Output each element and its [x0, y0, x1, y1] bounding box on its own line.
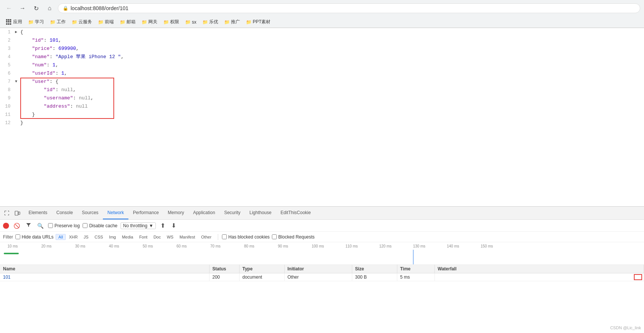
filter-type-other[interactable]: Other	[199, 234, 214, 240]
line-number: 4	[0, 53, 15, 61]
device-toolbar-button[interactable]	[12, 208, 23, 218]
import-har-button[interactable]: ⬆	[159, 222, 167, 229]
back-button[interactable]: ←	[4, 3, 14, 14]
bookmark-apps-label: 应用	[13, 19, 22, 25]
preserve-log-label: Preserve log	[54, 223, 80, 228]
filter-type-doc[interactable]: Doc	[151, 234, 164, 240]
has-blocked-cookies-checkbox[interactable]	[222, 234, 227, 239]
throttle-label: No throttling	[123, 223, 148, 228]
clear-button[interactable]: 🚫	[12, 222, 21, 230]
th-size[interactable]: Size	[352, 265, 397, 273]
main-content: 1 ▶ { 2 "id": 101, 3 "price": 699900, 4	[0, 28, 644, 332]
filter-type-js[interactable]: JS	[81, 234, 91, 240]
filter-type-manifest[interactable]: Manifest	[177, 234, 198, 240]
tick-150ms: 150 ms	[481, 244, 493, 248]
blocked-requests-label[interactable]: Blocked Requests	[272, 234, 315, 240]
hide-data-urls-label[interactable]: Hide data URLs	[15, 234, 54, 240]
table-row[interactable]: 101 200 document Other 300 B 5 ms	[0, 273, 644, 281]
bookmark-permissions[interactable]: 📁 权限	[161, 18, 181, 26]
bookmark-frontend[interactable]: 📁 前端	[96, 18, 116, 26]
tab-memory[interactable]: Memory	[163, 207, 189, 219]
hide-data-urls-text: Hide data URLs	[22, 234, 54, 240]
has-blocked-cookies-label[interactable]: Has blocked cookies	[222, 234, 270, 240]
address-bar: 🔒	[58, 3, 640, 13]
timeline-area: 10 ms 20 ms 30 ms 40 ms 50 ms 60 ms 70 m…	[0, 242, 644, 265]
tick-40ms: 40 ms	[109, 244, 119, 248]
line-arrow	[15, 119, 20, 127]
line-arrow[interactable]: ▶	[15, 28, 20, 36]
disable-cache-checkbox[interactable]	[83, 223, 87, 228]
tab-console[interactable]: Console	[52, 207, 77, 219]
th-waterfall[interactable]: Waterfall	[435, 265, 644, 273]
line-arrow	[15, 102, 20, 111]
line-number: 2	[0, 36, 15, 45]
td-type: document	[240, 273, 285, 281]
filter-type-font[interactable]: Font	[137, 234, 150, 240]
json-line-8: 8 "id": null,	[0, 86, 644, 94]
line-arrow[interactable]: ▼	[15, 78, 20, 86]
th-initiator[interactable]: Initiator	[285, 265, 352, 273]
json-content: "user": {	[20, 78, 644, 86]
bookmark-sx[interactable]: 📁 sx	[183, 19, 199, 26]
json-line-7: 7 ▼ "user": {	[0, 78, 644, 86]
hide-data-urls-checkbox[interactable]	[15, 234, 20, 239]
tab-lighthouse[interactable]: Lighthouse	[245, 207, 276, 219]
line-arrow	[15, 86, 20, 94]
filter-type-all[interactable]: All	[56, 234, 65, 240]
apps-icon	[6, 19, 12, 25]
filter-button[interactable]	[24, 222, 33, 230]
devtools-panel: Elements Console Sources Network Perform…	[0, 206, 644, 332]
line-arrow	[15, 69, 20, 78]
export-har-button[interactable]: ⬇	[170, 222, 178, 229]
tab-security[interactable]: Security	[220, 207, 245, 219]
blocked-requests-checkbox[interactable]	[272, 234, 277, 239]
tab-performance[interactable]: Performance	[128, 207, 163, 219]
th-name[interactable]: Name	[0, 265, 210, 273]
preserve-log-checkbox-label[interactable]: Preserve log	[48, 223, 80, 228]
search-button[interactable]: 🔍	[36, 222, 45, 230]
filter-type-ws[interactable]: WS	[164, 234, 176, 240]
tab-network[interactable]: Network	[103, 207, 128, 219]
bookmark-gateway[interactable]: 📁 网关	[139, 18, 160, 26]
throttle-select[interactable]: No throttling ▼	[121, 222, 156, 229]
filter-type-xhr[interactable]: XHR	[66, 234, 80, 240]
bookmark-label: 网关	[148, 19, 157, 25]
lock-icon: 🔒	[63, 6, 68, 11]
disable-cache-checkbox-label[interactable]: Disable cache	[83, 223, 117, 228]
td-initiator: Other	[285, 273, 352, 281]
filter-type-img[interactable]: Img	[106, 234, 118, 240]
record-button[interactable]	[3, 223, 9, 229]
bookmark-email[interactable]: 📁 邮箱	[118, 18, 138, 26]
bookmark-work[interactable]: 📁 工作	[48, 18, 68, 26]
preserve-log-checkbox[interactable]	[48, 223, 53, 228]
forward-button[interactable]: →	[17, 3, 28, 14]
bookmark-study[interactable]: 📁 学习	[26, 18, 46, 26]
tab-application[interactable]: Application	[189, 207, 220, 219]
filter-type-css[interactable]: CSS	[92, 234, 106, 240]
tab-editthiscookie[interactable]: EditThisCookie	[276, 207, 315, 219]
filter-type-media[interactable]: Media	[119, 234, 136, 240]
reload-button[interactable]: ↻	[31, 3, 41, 14]
home-button[interactable]: ⌂	[44, 3, 55, 14]
tick-140ms: 140 ms	[447, 244, 459, 248]
th-status[interactable]: Status	[210, 265, 240, 273]
th-time[interactable]: Time	[397, 265, 435, 273]
url-input[interactable]	[71, 5, 635, 11]
bookmark-apps[interactable]: 应用	[4, 18, 24, 26]
json-line-4: 4 "name": "Apple 苹果 iPhone 12 ",	[0, 53, 644, 61]
bookmark-ppt[interactable]: 📁 PPT素材	[244, 18, 273, 26]
json-line-10: 10 "address": null	[0, 102, 644, 111]
inspect-element-button[interactable]	[2, 208, 12, 218]
disable-cache-label: Disable cache	[89, 223, 117, 228]
tab-elements[interactable]: Elements	[24, 207, 52, 219]
bookmark-promotion[interactable]: 📁 推广	[222, 18, 242, 26]
tick-110ms: 110 ms	[345, 244, 358, 248]
tick-90ms: 90 ms	[278, 244, 288, 248]
tab-sources[interactable]: Sources	[77, 207, 103, 219]
th-type[interactable]: Type	[240, 265, 285, 273]
line-arrow	[15, 111, 20, 119]
bookmark-cloud[interactable]: 📁 云服务	[69, 18, 94, 26]
bookmark-leyou[interactable]: 📁 乐优	[200, 18, 220, 26]
json-content: "num": 1,	[20, 61, 644, 69]
tick-120ms: 120 ms	[379, 244, 392, 248]
